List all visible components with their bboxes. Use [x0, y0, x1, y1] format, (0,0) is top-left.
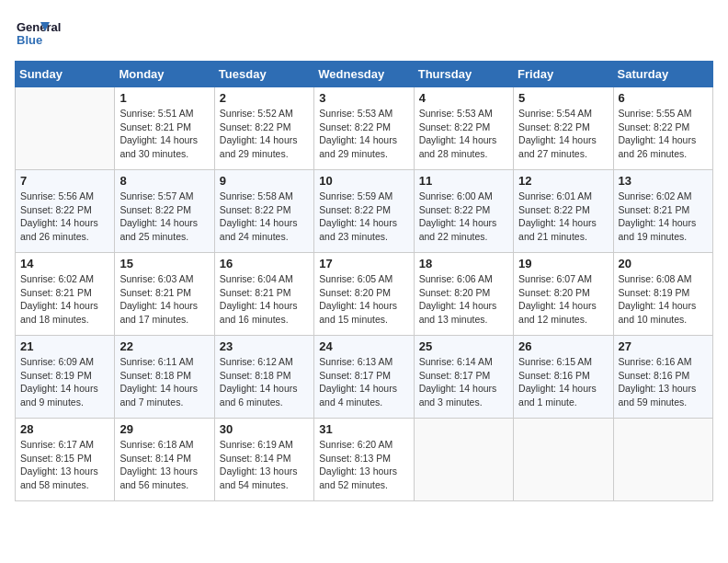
day-number: 28	[20, 422, 109, 436]
logo: General Blue	[15, 15, 79, 52]
calendar-cell: 6Sunrise: 5:55 AMSunset: 8:22 PMDaylight…	[613, 87, 712, 170]
day-info: Sunrise: 5:56 AMSunset: 8:22 PMDaylight:…	[20, 190, 109, 244]
calendar-week-row: 1Sunrise: 5:51 AMSunset: 8:21 PMDaylight…	[16, 87, 713, 170]
calendar-cell: 27Sunrise: 6:16 AMSunset: 8:16 PMDayligh…	[613, 336, 712, 419]
calendar-cell: 8Sunrise: 5:57 AMSunset: 8:22 PMDaylight…	[115, 170, 214, 253]
day-info: Sunrise: 5:53 AMSunset: 8:22 PMDaylight:…	[419, 107, 508, 161]
day-info: Sunrise: 5:57 AMSunset: 8:22 PMDaylight:…	[119, 190, 209, 244]
calendar-week-row: 7Sunrise: 5:56 AMSunset: 8:22 PMDaylight…	[16, 170, 713, 253]
day-number: 22	[119, 339, 209, 353]
calendar-cell: 19Sunrise: 6:07 AMSunset: 8:20 PMDayligh…	[514, 253, 613, 336]
calendar-cell: 21Sunrise: 6:09 AMSunset: 8:19 PMDayligh…	[16, 336, 115, 419]
day-number: 6	[619, 91, 708, 105]
logo-icon: General Blue	[15, 15, 79, 52]
day-info: Sunrise: 5:52 AMSunset: 8:22 PMDaylight:…	[220, 107, 309, 161]
day-number: 4	[419, 91, 508, 105]
day-number: 17	[319, 257, 408, 270]
day-number: 30	[220, 422, 309, 436]
day-info: Sunrise: 6:08 AMSunset: 8:19 PMDaylight:…	[619, 272, 708, 327]
calendar-cell: 10Sunrise: 5:59 AMSunset: 8:22 PMDayligh…	[314, 170, 414, 253]
calendar-cell: 1Sunrise: 5:51 AMSunset: 8:21 PMDaylight…	[115, 87, 214, 170]
day-number: 5	[518, 91, 608, 105]
day-number: 27	[619, 339, 708, 353]
day-info: Sunrise: 6:20 AMSunset: 8:13 PMDaylight:…	[319, 438, 408, 492]
header-row: SundayMondayTuesdayWednesdayThursdayFrid…	[16, 62, 713, 87]
day-number: 10	[319, 174, 408, 188]
weekday-header: Tuesday	[214, 62, 313, 87]
calendar-cell: 18Sunrise: 6:06 AMSunset: 8:20 PMDayligh…	[414, 253, 513, 336]
calendar-cell: 25Sunrise: 6:14 AMSunset: 8:17 PMDayligh…	[414, 336, 513, 419]
day-info: Sunrise: 6:18 AMSunset: 8:14 PMDaylight:…	[119, 438, 209, 492]
day-number: 20	[619, 257, 708, 270]
day-info: Sunrise: 6:19 AMSunset: 8:14 PMDaylight:…	[220, 438, 309, 492]
weekday-header: Monday	[115, 62, 214, 87]
day-number: 8	[119, 174, 209, 188]
calendar-cell	[514, 419, 613, 501]
calendar-cell: 9Sunrise: 5:58 AMSunset: 8:22 PMDaylight…	[214, 170, 313, 253]
day-number: 9	[220, 174, 309, 188]
weekday-header: Thursday	[414, 62, 513, 87]
header: General Blue	[15, 15, 713, 52]
calendar-cell	[613, 419, 712, 501]
calendar-cell: 2Sunrise: 5:52 AMSunset: 8:22 PMDaylight…	[214, 87, 313, 170]
calendar-cell: 3Sunrise: 5:53 AMSunset: 8:22 PMDaylight…	[314, 87, 414, 170]
calendar-cell: 15Sunrise: 6:03 AMSunset: 8:21 PMDayligh…	[115, 253, 214, 336]
day-number: 13	[619, 174, 708, 188]
calendar-cell: 28Sunrise: 6:17 AMSunset: 8:15 PMDayligh…	[16, 419, 115, 501]
day-number: 24	[319, 339, 408, 353]
day-number: 15	[119, 257, 209, 270]
day-info: Sunrise: 6:00 AMSunset: 8:22 PMDaylight:…	[419, 190, 508, 244]
day-info: Sunrise: 5:53 AMSunset: 8:22 PMDaylight:…	[319, 107, 408, 161]
calendar-cell: 7Sunrise: 5:56 AMSunset: 8:22 PMDaylight…	[16, 170, 115, 253]
day-info: Sunrise: 6:03 AMSunset: 8:21 PMDaylight:…	[119, 272, 209, 327]
day-info: Sunrise: 6:12 AMSunset: 8:18 PMDaylight:…	[220, 355, 309, 409]
day-info: Sunrise: 5:51 AMSunset: 8:21 PMDaylight:…	[119, 107, 209, 161]
calendar-week-row: 21Sunrise: 6:09 AMSunset: 8:19 PMDayligh…	[16, 336, 713, 419]
day-number: 3	[319, 91, 408, 105]
day-number: 16	[220, 257, 309, 270]
day-info: Sunrise: 6:17 AMSunset: 8:15 PMDaylight:…	[20, 438, 109, 492]
day-number: 31	[319, 422, 408, 436]
svg-text:Blue: Blue	[17, 33, 42, 47]
day-info: Sunrise: 6:14 AMSunset: 8:17 PMDaylight:…	[419, 355, 508, 409]
day-number: 23	[220, 339, 309, 353]
weekday-header: Sunday	[16, 62, 115, 87]
calendar-cell: 11Sunrise: 6:00 AMSunset: 8:22 PMDayligh…	[414, 170, 513, 253]
calendar-cell: 17Sunrise: 6:05 AMSunset: 8:20 PMDayligh…	[314, 253, 414, 336]
day-info: Sunrise: 5:54 AMSunset: 8:22 PMDaylight:…	[518, 107, 608, 161]
day-info: Sunrise: 6:02 AMSunset: 8:21 PMDaylight:…	[619, 190, 708, 244]
day-number: 11	[419, 174, 508, 188]
day-info: Sunrise: 6:02 AMSunset: 8:21 PMDaylight:…	[20, 272, 109, 327]
day-info: Sunrise: 6:04 AMSunset: 8:21 PMDaylight:…	[220, 272, 309, 327]
day-info: Sunrise: 5:55 AMSunset: 8:22 PMDaylight:…	[619, 107, 708, 161]
calendar-week-row: 28Sunrise: 6:17 AMSunset: 8:15 PMDayligh…	[16, 419, 713, 501]
calendar-cell: 12Sunrise: 6:01 AMSunset: 8:22 PMDayligh…	[514, 170, 613, 253]
day-number: 26	[518, 339, 608, 353]
day-info: Sunrise: 6:13 AMSunset: 8:17 PMDaylight:…	[319, 355, 408, 409]
calendar-cell: 26Sunrise: 6:15 AMSunset: 8:16 PMDayligh…	[514, 336, 613, 419]
weekday-header: Friday	[514, 62, 613, 87]
calendar-cell: 16Sunrise: 6:04 AMSunset: 8:21 PMDayligh…	[214, 253, 313, 336]
calendar-week-row: 14Sunrise: 6:02 AMSunset: 8:21 PMDayligh…	[16, 253, 713, 336]
calendar-cell: 23Sunrise: 6:12 AMSunset: 8:18 PMDayligh…	[214, 336, 313, 419]
day-info: Sunrise: 6:01 AMSunset: 8:22 PMDaylight:…	[518, 190, 608, 244]
day-number: 7	[20, 174, 109, 188]
day-number: 1	[119, 91, 209, 105]
day-number: 25	[419, 339, 508, 353]
day-info: Sunrise: 6:05 AMSunset: 8:20 PMDaylight:…	[319, 272, 408, 327]
day-info: Sunrise: 6:07 AMSunset: 8:20 PMDaylight:…	[518, 272, 608, 327]
day-number: 2	[220, 91, 309, 105]
weekday-header: Wednesday	[314, 62, 414, 87]
day-number: 14	[20, 257, 109, 270]
calendar-cell: 24Sunrise: 6:13 AMSunset: 8:17 PMDayligh…	[314, 336, 414, 419]
weekday-header: Saturday	[613, 62, 712, 87]
day-info: Sunrise: 6:06 AMSunset: 8:20 PMDaylight:…	[419, 272, 508, 327]
day-info: Sunrise: 5:59 AMSunset: 8:22 PMDaylight:…	[319, 190, 408, 244]
day-info: Sunrise: 6:16 AMSunset: 8:16 PMDaylight:…	[619, 355, 708, 409]
day-info: Sunrise: 6:11 AMSunset: 8:18 PMDaylight:…	[119, 355, 209, 409]
day-number: 21	[20, 339, 109, 353]
calendar-cell: 5Sunrise: 5:54 AMSunset: 8:22 PMDaylight…	[514, 87, 613, 170]
calendar-cell: 31Sunrise: 6:20 AMSunset: 8:13 PMDayligh…	[314, 419, 414, 501]
day-info: Sunrise: 6:15 AMSunset: 8:16 PMDaylight:…	[518, 355, 608, 409]
calendar-cell	[414, 419, 513, 501]
